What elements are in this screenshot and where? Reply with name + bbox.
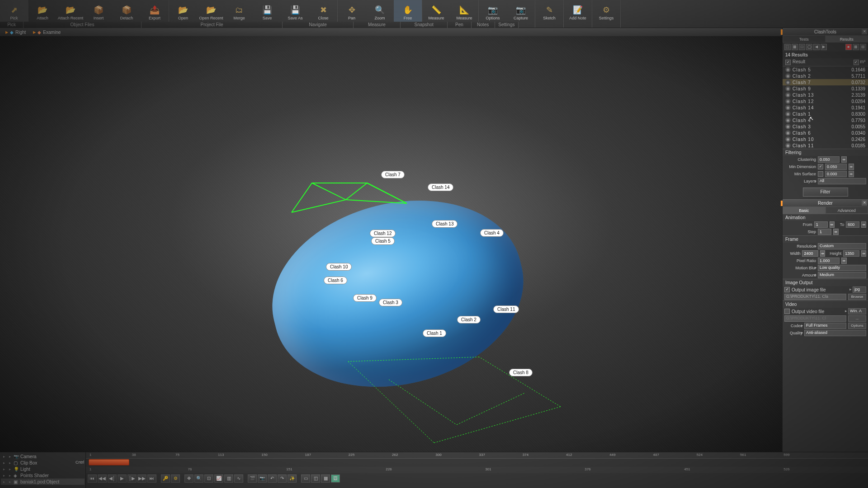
key-icon[interactable]: 🔑 <box>161 474 170 483</box>
clash-label[interactable]: Clash 5 <box>371 237 395 245</box>
mindim-input[interactable] <box>825 164 847 170</box>
show-icon[interactable]: ▦ <box>792 44 798 50</box>
next-frame-icon[interactable]: │▶ <box>127 474 137 483</box>
play-icon[interactable]: ▶ <box>118 474 127 483</box>
close-render-icon[interactable]: ✕ <box>862 200 867 206</box>
minsurf-check[interactable] <box>818 171 823 177</box>
tool-merge[interactable]: 🗂Merge <box>225 0 253 22</box>
result-row[interactable]: ◉Clash 10.8300 <box>783 111 868 117</box>
vid-fmt-dropdown[interactable]: Win. A <box>848 308 866 314</box>
tree-item[interactable]: ▸▸📷Camera <box>1 453 85 460</box>
to-input[interactable] <box>846 221 859 228</box>
tool-pan[interactable]: ✥Pan <box>338 0 366 22</box>
clash-label[interactable]: Clash 9 <box>353 294 377 302</box>
track-segment[interactable]: Cntrl 00:10:00 <box>89 459 129 465</box>
quality-dropdown[interactable]: Anti-aliased <box>804 330 866 336</box>
result-row[interactable]: ◉Clash 110.0185 <box>783 142 868 149</box>
from-input[interactable] <box>814 221 828 228</box>
tool-detach[interactable]: 📦Detach <box>113 0 141 22</box>
output-vid-check[interactable] <box>784 309 790 314</box>
visibility-icon[interactable]: ◉ <box>785 143 791 148</box>
tree-item[interactable]: ▸▸▣baniak1.pod:Object <box>1 479 85 485</box>
clash-label[interactable]: Clash 2 <box>457 316 481 324</box>
tool-save[interactable]: 💾Save <box>253 0 281 22</box>
tool-attach-recent[interactable]: 📂Attach Recent <box>57 0 85 22</box>
layout2-icon[interactable]: ◫ <box>311 474 320 483</box>
visibility-icon[interactable]: ◉ <box>785 73 791 79</box>
visibility-icon[interactable]: ◉ <box>785 105 791 110</box>
clash-label[interactable]: Clash 8 <box>509 369 533 376</box>
clash-label[interactable]: Clash 13 <box>432 220 458 228</box>
result-row[interactable]: ◉Clash 30.0055 <box>783 123 868 130</box>
result-row[interactable]: ◉Clash 132.3139 <box>783 92 868 98</box>
result-row[interactable]: ◉Clash 25.7711 <box>783 73 868 79</box>
result-row[interactable]: ◉Clash 60.0340 <box>783 130 868 136</box>
clash-label[interactable]: Clash 14 <box>428 183 453 191</box>
spinner-icon[interactable]: ◂▸ <box>841 156 847 163</box>
iso-icon[interactable]: ◯ <box>806 44 812 50</box>
img-fmt-dropdown[interactable]: jpg <box>853 286 866 293</box>
select-icon[interactable]: ⬚ <box>784 44 791 50</box>
clustering-input[interactable] <box>818 156 840 163</box>
result-row[interactable]: ◉Clash 50.1646 <box>783 66 868 73</box>
tool-save-as[interactable]: 💾Save As <box>281 0 309 22</box>
tree-item[interactable]: ▸▸💡Light <box>1 466 85 472</box>
clash-label[interactable]: Clash 1 <box>423 329 446 337</box>
curve-icon[interactable]: ∿ <box>234 474 243 483</box>
nav-fit-icon[interactable]: ⊡ <box>204 474 213 483</box>
tool-open-recent[interactable]: 📂Open Recent <box>197 0 225 22</box>
motionblur-dropdown[interactable]: Low quality <box>818 265 866 271</box>
tool-settings[interactable]: ⚙Settings <box>592 0 620 22</box>
mindim-check[interactable]: ✓ <box>818 164 823 169</box>
goto-start-icon[interactable]: ⏮ <box>88 474 97 483</box>
minsurf-input[interactable] <box>825 171 847 177</box>
tree-item[interactable]: ▸▸▢Clip Box <box>1 460 85 466</box>
browse-vid-button[interactable]: ... <box>848 315 866 322</box>
tool-pick[interactable]: ⬈Pick <box>0 0 28 22</box>
color-icon[interactable]: ■ <box>845 44 852 50</box>
tool-sketch[interactable]: ✎Sketch <box>535 0 563 22</box>
tool-zoom[interactable]: 🔍Zoom <box>366 0 394 22</box>
visibility-icon[interactable]: ◉ <box>785 136 791 142</box>
autokey-icon[interactable]: ⚙ <box>171 474 180 483</box>
clash-label[interactable]: Clash 4 <box>480 229 504 237</box>
visibility-icon[interactable]: ◉ <box>785 99 791 104</box>
clash-label[interactable]: Clash 3 <box>379 299 402 306</box>
tool-capture[interactable]: 📷Capture <box>507 0 535 22</box>
clash-label[interactable]: Clash 12 <box>370 230 396 237</box>
tool-attach[interactable]: 📂Attach <box>28 0 57 22</box>
nav-zoom-icon[interactable]: 🔍 <box>194 474 203 483</box>
result-row[interactable]: ◉Clash 40.7793 <box>783 117 868 123</box>
nav-left[interactable]: Right <box>15 30 26 35</box>
layers-dropdown[interactable]: All <box>818 178 866 184</box>
tab-results[interactable]: Results <box>826 35 868 42</box>
clip-icon[interactable]: □ <box>799 44 805 50</box>
tab-advanced[interactable]: Advanced <box>826 206 868 214</box>
img-path-input[interactable]: G:\PRODUKTY\11. Cla <box>784 294 846 300</box>
resolution-dropdown[interactable]: Custom <box>818 243 866 249</box>
visibility-icon[interactable]: ◉ <box>785 92 791 98</box>
visibility-icon[interactable]: ◉ <box>785 86 791 91</box>
next-key-icon[interactable]: ▶▶ <box>137 474 146 483</box>
visibility-icon[interactable]: ◉ <box>785 117 791 123</box>
visibility-icon[interactable]: ◉ <box>785 67 791 72</box>
result-row[interactable]: ◉Clash 100.2426 <box>783 136 868 142</box>
codec-dropdown[interactable]: Full Frames <box>804 323 846 329</box>
height-input[interactable] <box>843 250 859 257</box>
codec-options-button[interactable]: Options <box>848 323 866 329</box>
tool-add-note[interactable]: 📝Add Note <box>564 0 592 22</box>
tab-basic[interactable]: Basic <box>783 206 826 214</box>
browse-img-button[interactable]: Browse <box>848 294 866 300</box>
close-panel-icon[interactable]: ✕ <box>862 29 867 34</box>
result-row[interactable]: ◉Clash 70.0732 <box>783 79 868 85</box>
result-row[interactable]: ◉Clash 140.1941 <box>783 104 868 111</box>
clash-label[interactable]: Clash 10 <box>326 263 352 271</box>
visibility-icon[interactable]: ◉ <box>785 130 791 136</box>
nav-right[interactable]: Examine <box>43 30 61 35</box>
goto-end-icon[interactable]: ⏭ <box>147 474 156 483</box>
undo-icon[interactable]: ↶ <box>268 474 277 483</box>
pixelratio-input[interactable] <box>818 258 840 264</box>
next-icon[interactable]: ▶ <box>821 44 827 50</box>
nav-pan-icon[interactable]: ✥ <box>184 474 193 483</box>
graph-icon[interactable]: 📈 <box>214 474 223 483</box>
